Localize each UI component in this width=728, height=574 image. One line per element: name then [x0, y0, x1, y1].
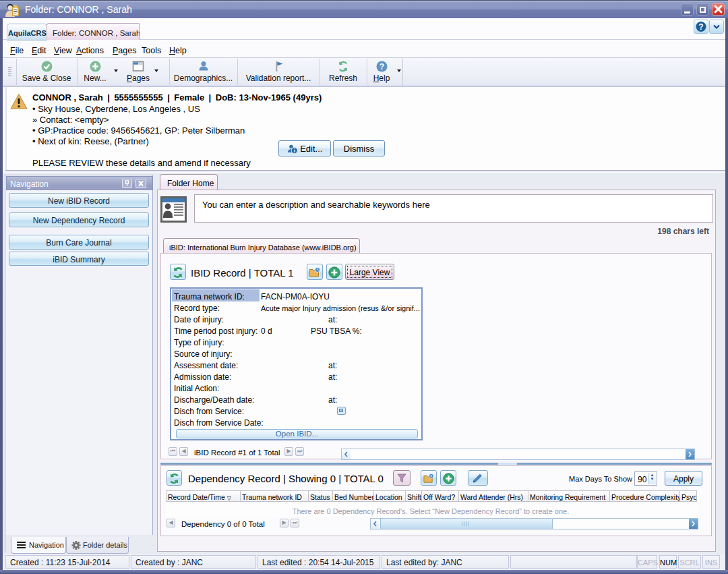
- svg-text:?: ?: [698, 22, 703, 32]
- svg-text:?: ?: [379, 62, 384, 71]
